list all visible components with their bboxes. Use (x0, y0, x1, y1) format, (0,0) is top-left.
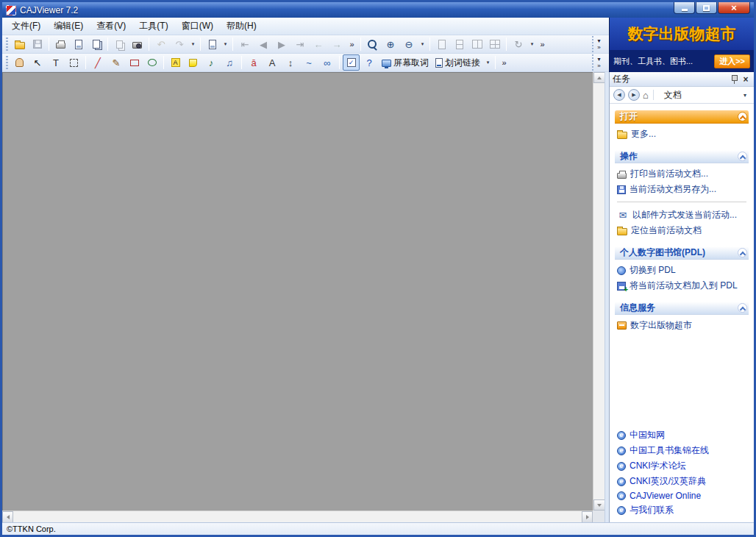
page-setup-button[interactable] (88, 36, 104, 52)
menu-edit[interactable]: 编辑(E) (47, 18, 90, 35)
zoom-tool-button[interactable] (364, 36, 381, 52)
panel-link[interactable]: CAJViewer Online (616, 489, 748, 502)
menu-window[interactable]: 窗口(W) (175, 18, 220, 35)
undo-button[interactable]: ↶ (152, 36, 170, 52)
section-header[interactable]: 操作 (615, 150, 749, 163)
print-button[interactable] (52, 36, 69, 52)
panel-close-icon[interactable]: × (741, 74, 751, 85)
go-forward-button[interactable]: → (328, 36, 346, 52)
annotation-page-menu-button[interactable]: ▾ (221, 36, 229, 52)
zoom-out-button[interactable]: ⊖ (400, 36, 418, 52)
task-item[interactable]: 当前活动文档另存为... (616, 182, 748, 197)
toolbar1-overflow-button[interactable]: » (537, 36, 548, 52)
continuous-view-button[interactable] (451, 36, 468, 52)
scroll-down-button[interactable] (593, 499, 605, 511)
hand-tool-button[interactable] (11, 54, 28, 71)
home-icon[interactable]: ⌂ (643, 90, 649, 100)
scroll-right-button[interactable] (582, 511, 593, 523)
section-header[interactable]: 打开 (615, 110, 749, 124)
open-button[interactable] (11, 36, 28, 52)
scroll-left-button[interactable] (2, 511, 13, 523)
first-page-button[interactable]: ⇤ (236, 36, 254, 52)
continuous-facing-view-button[interactable] (486, 36, 503, 52)
vertical-scrollbar[interactable] (593, 72, 605, 511)
menu-help[interactable]: 帮助(H) (220, 18, 263, 35)
task-item[interactable]: 更多... (616, 127, 748, 142)
collapse-chevron-icon[interactable] (738, 112, 747, 121)
title-bar[interactable]: CAJViewer 7.2 × (2, 2, 754, 18)
panel-link[interactable]: CNKI学术论坛 (616, 458, 748, 474)
collapse-chevron-icon[interactable] (738, 152, 747, 161)
facing-view-button[interactable] (468, 36, 485, 52)
toolbar1-end-options[interactable]: ▾» (592, 36, 602, 52)
previous-page-button[interactable]: ◀ (254, 36, 272, 52)
document-dropdown-arrow-icon[interactable]: ▾ (740, 92, 750, 99)
panel-link[interactable]: CNKI英汉/汉英辞典 (616, 474, 748, 489)
promo-banner[interactable]: 数字出版物超市 期刊、工具书、图书... 进入>> (609, 18, 754, 72)
document-dropdown[interactable]: 文档 (658, 89, 737, 102)
snapshot-button[interactable] (129, 36, 146, 52)
redo-button[interactable]: ↷ (171, 36, 188, 52)
note-tool-button[interactable] (185, 54, 202, 71)
panel-link[interactable]: 中国工具书集锦在线 (616, 443, 748, 458)
section-header[interactable]: 个人数字图书馆(PDL) (615, 246, 749, 260)
music-note-tool-button[interactable]: ♫ (221, 54, 238, 71)
rotate-view-button[interactable]: ↻ (510, 36, 527, 52)
pinyin-annotation-tool-button[interactable]: ā (245, 54, 263, 71)
rotate-menu-button[interactable]: ▾ (528, 36, 536, 52)
section-header[interactable]: 信息服务 (615, 302, 749, 315)
task-item[interactable]: 定位当前活动文档 (616, 223, 748, 238)
horizontal-scrollbar[interactable] (2, 511, 593, 522)
zoom-in-button[interactable]: ⊕ (382, 36, 399, 52)
task-item[interactable]: 数字出版物超市 (616, 318, 748, 333)
rectangle-tool-button[interactable] (126, 54, 143, 71)
ocr-toggle-button[interactable]: ✓ (343, 54, 360, 71)
line-tool-button[interactable]: ╱ (89, 54, 107, 71)
vertical-text-tool-button[interactable]: ↕ (282, 54, 299, 71)
minimize-button[interactable] (674, 2, 695, 14)
horizontal-scroll-track[interactable] (13, 511, 582, 522)
menu-view[interactable]: 查看(V) (90, 18, 132, 35)
undo-history-button[interactable]: ▾ (189, 36, 197, 52)
panel-forward-button[interactable]: ▶ (628, 89, 640, 101)
pin-icon[interactable] (730, 74, 738, 84)
toolbar2-overflow-button[interactable]: » (499, 54, 510, 71)
copy-button[interactable] (111, 36, 128, 52)
next-page-button[interactable]: ▶ (273, 36, 290, 52)
maximize-button[interactable] (696, 2, 717, 14)
font-tool-button[interactable]: A (263, 54, 281, 71)
annotation-page-button[interactable] (204, 36, 221, 52)
text-select-tool-button[interactable]: T (47, 54, 65, 71)
screen-capture-button[interactable]: 屏幕取词 (379, 54, 432, 71)
panel-link[interactable]: 与我们联系 (616, 502, 748, 518)
toolbar-grip[interactable] (6, 56, 8, 69)
panel-back-button[interactable]: ◀ (613, 89, 625, 101)
vertical-scroll-track[interactable] (593, 83, 605, 499)
ellipse-tool-button[interactable] (143, 54, 160, 71)
pencil-tool-button[interactable]: ✎ (107, 54, 125, 71)
collapse-chevron-icon[interactable] (738, 248, 747, 257)
menu-file[interactable]: 文件(F) (5, 18, 47, 35)
recognize-tip-button[interactable]: ? (360, 54, 378, 71)
document-canvas[interactable] (2, 72, 593, 511)
toolbar-grip[interactable] (6, 38, 8, 51)
highlight-tool-button[interactable]: A (167, 54, 184, 71)
word-link-menu-button[interactable]: ▾ (484, 54, 492, 71)
single-page-view-button[interactable] (433, 36, 450, 52)
area-select-tool-button[interactable] (65, 54, 82, 71)
nav-overflow-button[interactable]: » (346, 36, 357, 52)
menu-tools[interactable]: 工具(T) (132, 18, 174, 35)
task-item[interactable]: 将当前活动文档加入到 PDL (616, 278, 748, 294)
task-item[interactable]: 切换到 PDL (616, 263, 748, 278)
word-link-button[interactable]: 划词链接 (432, 54, 483, 71)
panel-link[interactable]: 中国知网 (616, 427, 748, 443)
close-button[interactable]: × (718, 2, 750, 14)
select-tool-button[interactable]: ↖ (29, 54, 46, 71)
hyperlink-tool-button[interactable]: ∞ (318, 54, 336, 71)
task-item[interactable]: 以邮件方式发送当前活动... (616, 207, 748, 223)
save-button[interactable] (29, 36, 46, 52)
go-back-button[interactable]: ← (310, 36, 327, 52)
last-page-button[interactable]: ⇥ (291, 36, 309, 52)
toolbar2-end-options[interactable]: ▾» (592, 54, 602, 71)
promo-enter-button[interactable]: 进入>> (714, 54, 750, 68)
